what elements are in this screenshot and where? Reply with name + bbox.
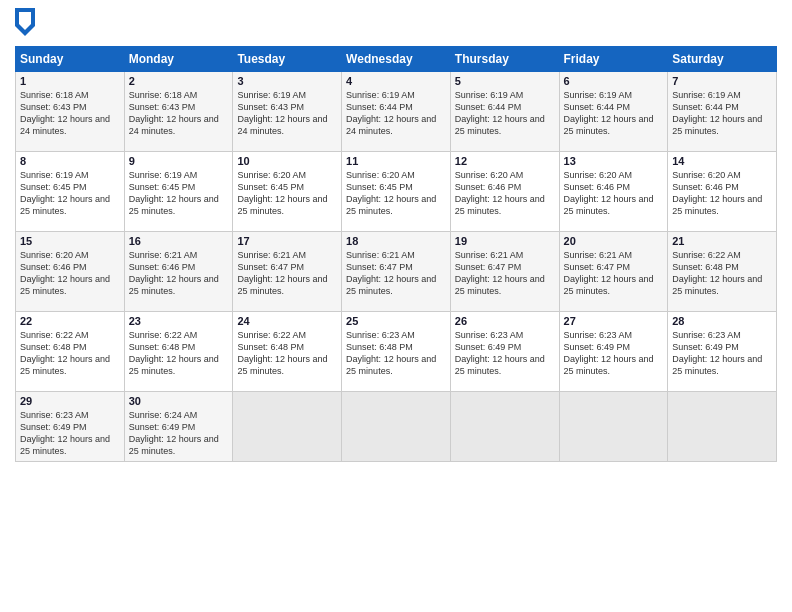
- day-cell: [450, 392, 559, 462]
- day-number: 21: [672, 235, 772, 247]
- day-cell: 11 Sunrise: 6:20 AMSunset: 6:45 PMDaylig…: [342, 152, 451, 232]
- day-cell: 12 Sunrise: 6:20 AMSunset: 6:46 PMDaylig…: [450, 152, 559, 232]
- day-cell: [559, 392, 668, 462]
- day-number: 25: [346, 315, 446, 327]
- day-number: 7: [672, 75, 772, 87]
- day-number: 26: [455, 315, 555, 327]
- week-row-3: 15 Sunrise: 6:20 AMSunset: 6:46 PMDaylig…: [16, 232, 777, 312]
- day-cell: 17 Sunrise: 6:21 AMSunset: 6:47 PMDaylig…: [233, 232, 342, 312]
- day-number: 27: [564, 315, 664, 327]
- day-cell: 22 Sunrise: 6:22 AMSunset: 6:48 PMDaylig…: [16, 312, 125, 392]
- day-number: 18: [346, 235, 446, 247]
- day-cell: 3 Sunrise: 6:19 AMSunset: 6:43 PMDayligh…: [233, 72, 342, 152]
- day-number: 20: [564, 235, 664, 247]
- day-info: Sunrise: 6:22 AMSunset: 6:48 PMDaylight:…: [129, 329, 229, 378]
- header: [15, 10, 777, 38]
- day-info: Sunrise: 6:19 AMSunset: 6:43 PMDaylight:…: [237, 89, 337, 138]
- day-info: Sunrise: 6:19 AMSunset: 6:44 PMDaylight:…: [346, 89, 446, 138]
- day-number: 19: [455, 235, 555, 247]
- day-number: 4: [346, 75, 446, 87]
- day-cell: [668, 392, 777, 462]
- day-cell: 20 Sunrise: 6:21 AMSunset: 6:47 PMDaylig…: [559, 232, 668, 312]
- day-number: 16: [129, 235, 229, 247]
- day-info: Sunrise: 6:20 AMSunset: 6:46 PMDaylight:…: [455, 169, 555, 218]
- day-info: Sunrise: 6:23 AMSunset: 6:49 PMDaylight:…: [672, 329, 772, 378]
- day-cell: 21 Sunrise: 6:22 AMSunset: 6:48 PMDaylig…: [668, 232, 777, 312]
- day-cell: 23 Sunrise: 6:22 AMSunset: 6:48 PMDaylig…: [124, 312, 233, 392]
- page: SundayMondayTuesdayWednesdayThursdayFrid…: [0, 0, 792, 612]
- logo: [15, 10, 39, 38]
- day-info: Sunrise: 6:21 AMSunset: 6:46 PMDaylight:…: [129, 249, 229, 298]
- day-cell: 28 Sunrise: 6:23 AMSunset: 6:49 PMDaylig…: [668, 312, 777, 392]
- day-info: Sunrise: 6:20 AMSunset: 6:45 PMDaylight:…: [237, 169, 337, 218]
- day-info: Sunrise: 6:22 AMSunset: 6:48 PMDaylight:…: [20, 329, 120, 378]
- day-number: 3: [237, 75, 337, 87]
- day-info: Sunrise: 6:19 AMSunset: 6:44 PMDaylight:…: [455, 89, 555, 138]
- col-header-friday: Friday: [559, 47, 668, 72]
- day-cell: 6 Sunrise: 6:19 AMSunset: 6:44 PMDayligh…: [559, 72, 668, 152]
- col-header-thursday: Thursday: [450, 47, 559, 72]
- day-number: 12: [455, 155, 555, 167]
- week-row-2: 8 Sunrise: 6:19 AMSunset: 6:45 PMDayligh…: [16, 152, 777, 232]
- week-row-4: 22 Sunrise: 6:22 AMSunset: 6:48 PMDaylig…: [16, 312, 777, 392]
- day-cell: [342, 392, 451, 462]
- day-info: Sunrise: 6:23 AMSunset: 6:48 PMDaylight:…: [346, 329, 446, 378]
- day-number: 13: [564, 155, 664, 167]
- day-info: Sunrise: 6:18 AMSunset: 6:43 PMDaylight:…: [129, 89, 229, 138]
- day-cell: 4 Sunrise: 6:19 AMSunset: 6:44 PMDayligh…: [342, 72, 451, 152]
- logo-icon: [15, 8, 35, 36]
- day-number: 14: [672, 155, 772, 167]
- day-info: Sunrise: 6:20 AMSunset: 6:46 PMDaylight:…: [564, 169, 664, 218]
- header-row: SundayMondayTuesdayWednesdayThursdayFrid…: [16, 47, 777, 72]
- day-info: Sunrise: 6:19 AMSunset: 6:45 PMDaylight:…: [20, 169, 120, 218]
- day-cell: 14 Sunrise: 6:20 AMSunset: 6:46 PMDaylig…: [668, 152, 777, 232]
- col-header-monday: Monday: [124, 47, 233, 72]
- day-cell: 10 Sunrise: 6:20 AMSunset: 6:45 PMDaylig…: [233, 152, 342, 232]
- day-number: 9: [129, 155, 229, 167]
- day-cell: 19 Sunrise: 6:21 AMSunset: 6:47 PMDaylig…: [450, 232, 559, 312]
- day-info: Sunrise: 6:23 AMSunset: 6:49 PMDaylight:…: [564, 329, 664, 378]
- day-cell: 8 Sunrise: 6:19 AMSunset: 6:45 PMDayligh…: [16, 152, 125, 232]
- col-header-tuesday: Tuesday: [233, 47, 342, 72]
- day-info: Sunrise: 6:24 AMSunset: 6:49 PMDaylight:…: [129, 409, 229, 458]
- day-info: Sunrise: 6:21 AMSunset: 6:47 PMDaylight:…: [564, 249, 664, 298]
- calendar-table: SundayMondayTuesdayWednesdayThursdayFrid…: [15, 46, 777, 462]
- day-cell: 7 Sunrise: 6:19 AMSunset: 6:44 PMDayligh…: [668, 72, 777, 152]
- day-cell: 26 Sunrise: 6:23 AMSunset: 6:49 PMDaylig…: [450, 312, 559, 392]
- day-cell: 2 Sunrise: 6:18 AMSunset: 6:43 PMDayligh…: [124, 72, 233, 152]
- day-number: 5: [455, 75, 555, 87]
- day-cell: 15 Sunrise: 6:20 AMSunset: 6:46 PMDaylig…: [16, 232, 125, 312]
- day-cell: 1 Sunrise: 6:18 AMSunset: 6:43 PMDayligh…: [16, 72, 125, 152]
- day-number: 24: [237, 315, 337, 327]
- week-row-1: 1 Sunrise: 6:18 AMSunset: 6:43 PMDayligh…: [16, 72, 777, 152]
- day-number: 28: [672, 315, 772, 327]
- day-info: Sunrise: 6:23 AMSunset: 6:49 PMDaylight:…: [20, 409, 120, 458]
- col-header-sunday: Sunday: [16, 47, 125, 72]
- day-cell: 24 Sunrise: 6:22 AMSunset: 6:48 PMDaylig…: [233, 312, 342, 392]
- day-number: 22: [20, 315, 120, 327]
- day-info: Sunrise: 6:21 AMSunset: 6:47 PMDaylight:…: [346, 249, 446, 298]
- day-number: 23: [129, 315, 229, 327]
- day-cell: 25 Sunrise: 6:23 AMSunset: 6:48 PMDaylig…: [342, 312, 451, 392]
- day-cell: 5 Sunrise: 6:19 AMSunset: 6:44 PMDayligh…: [450, 72, 559, 152]
- day-info: Sunrise: 6:23 AMSunset: 6:49 PMDaylight:…: [455, 329, 555, 378]
- day-info: Sunrise: 6:19 AMSunset: 6:44 PMDaylight:…: [672, 89, 772, 138]
- col-header-saturday: Saturday: [668, 47, 777, 72]
- week-row-5: 29 Sunrise: 6:23 AMSunset: 6:49 PMDaylig…: [16, 392, 777, 462]
- day-info: Sunrise: 6:20 AMSunset: 6:46 PMDaylight:…: [20, 249, 120, 298]
- day-cell: 27 Sunrise: 6:23 AMSunset: 6:49 PMDaylig…: [559, 312, 668, 392]
- day-cell: 30 Sunrise: 6:24 AMSunset: 6:49 PMDaylig…: [124, 392, 233, 462]
- col-header-wednesday: Wednesday: [342, 47, 451, 72]
- day-number: 17: [237, 235, 337, 247]
- day-number: 10: [237, 155, 337, 167]
- day-info: Sunrise: 6:19 AMSunset: 6:45 PMDaylight:…: [129, 169, 229, 218]
- day-number: 30: [129, 395, 229, 407]
- day-number: 15: [20, 235, 120, 247]
- day-info: Sunrise: 6:21 AMSunset: 6:47 PMDaylight:…: [237, 249, 337, 298]
- day-cell: [233, 392, 342, 462]
- day-cell: 9 Sunrise: 6:19 AMSunset: 6:45 PMDayligh…: [124, 152, 233, 232]
- day-info: Sunrise: 6:18 AMSunset: 6:43 PMDaylight:…: [20, 89, 120, 138]
- day-number: 6: [564, 75, 664, 87]
- day-info: Sunrise: 6:22 AMSunset: 6:48 PMDaylight:…: [237, 329, 337, 378]
- day-number: 2: [129, 75, 229, 87]
